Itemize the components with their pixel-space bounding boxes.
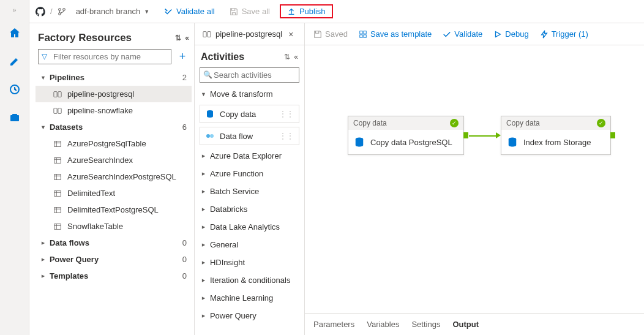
svg-rect-36 (364, 34, 366, 37)
dataset-item[interactable]: SnowflakeTable (36, 218, 192, 235)
activity-copy-data[interactable]: Copy data⋮⋮ (200, 105, 299, 123)
validate-button[interactable]: Validate (443, 29, 482, 39)
debug-button[interactable]: Debug (493, 29, 528, 39)
svg-rect-33 (360, 31, 362, 33)
status-success-icon: ✓ (597, 119, 605, 127)
svg-rect-7 (58, 91, 61, 97)
svg-rect-28 (203, 31, 206, 37)
github-icon (36, 7, 45, 17)
section-templates[interactable]: ▼Templates 0 (36, 268, 192, 284)
svg-rect-34 (364, 31, 366, 33)
group-azure-function[interactable]: ▼Azure Function (195, 165, 304, 183)
close-tab-icon[interactable]: × (288, 29, 293, 39)
publish-button[interactable]: Publish (280, 4, 333, 18)
resources-title: Factory Resources ⇅ « (33, 29, 194, 49)
save-all-button[interactable]: Save all (225, 4, 275, 18)
group-general[interactable]: ▼General (195, 236, 304, 254)
section-pipelines[interactable]: ▼Pipelines 2 (36, 69, 192, 86)
tab-output[interactable]: Output (452, 316, 479, 333)
filter-resources-input[interactable] (38, 49, 171, 64)
group-data-lake-analytics[interactable]: ▼Data Lake Analytics (195, 218, 304, 236)
collapse-panel-icon[interactable]: « (294, 53, 298, 61)
save-as-template-button[interactable]: Save as template (359, 29, 432, 39)
open-tabs: pipeline-postgresql × (195, 23, 304, 45)
node-index-from-storage[interactable]: Copy data ✓ Index from Storage (501, 116, 611, 155)
expand-rail-icon[interactable]: » (12, 6, 16, 13)
group-iteration-conditionals[interactable]: ▼Iteration & conditionals (195, 271, 304, 289)
svg-rect-29 (208, 31, 211, 37)
svg-rect-6 (54, 91, 57, 97)
svg-rect-22 (54, 207, 61, 213)
rail-author-icon[interactable] (6, 53, 23, 70)
section-datasets[interactable]: ▼Datasets 6 (36, 119, 192, 135)
top-toolbar: / adf-branch branch ▼ Validate all Save … (29, 0, 644, 23)
rail-manage-icon[interactable] (6, 109, 23, 126)
trigger-button[interactable]: Trigger (1) (540, 29, 588, 39)
status-success-icon: ✓ (450, 119, 459, 127)
group-power-query[interactable]: ▼Power Query (195, 307, 304, 325)
group-databricks[interactable]: ▼Databricks (195, 200, 304, 218)
section-dataflows[interactable]: ▼Data flows 0 (36, 235, 192, 251)
svg-rect-35 (360, 34, 362, 37)
svg-rect-2 (12, 114, 17, 116)
tab-pipeline-postgresql[interactable]: pipeline-postgresql × (201, 27, 294, 42)
dataset-item[interactable]: DelimitedTextPostgreSQL (36, 201, 192, 218)
svg-rect-9 (58, 108, 61, 113)
left-nav-rail: » (0, 0, 29, 335)
resources-tree: ▼Pipelines 2 pipeline-postgresql pipelin… (33, 69, 194, 335)
search-activities-input[interactable] (200, 67, 299, 83)
rail-monitor-icon[interactable] (6, 81, 23, 98)
edge-success[interactable] (469, 135, 496, 137)
tab-parameters[interactable]: Parameters (313, 316, 354, 333)
branch-dropdown[interactable]: adf-branch branch ▼ (71, 4, 154, 18)
saved-indicator: Saved (313, 29, 348, 39)
add-resource-button[interactable]: + (176, 50, 189, 63)
svg-rect-19 (54, 190, 61, 196)
sort-icon[interactable]: ⇅ (175, 34, 181, 42)
svg-rect-25 (54, 224, 61, 229)
bottom-tabs: Parameters Variables Settings Output (305, 313, 644, 335)
group-batch-service[interactable]: ▼Batch Service (195, 183, 304, 200)
dataset-item[interactable]: AzureSearchIndexPostgreSQL (36, 168, 192, 185)
svg-rect-1 (10, 115, 19, 121)
activities-panel: pipeline-postgresql × Activities ⇅ « 🔍 ▼… (195, 23, 305, 335)
tab-variables[interactable]: Variables (367, 316, 399, 333)
group-hdinsight[interactable]: ▼HDInsight (195, 254, 304, 271)
svg-rect-13 (54, 157, 61, 163)
svg-point-31 (206, 134, 210, 138)
search-icon: 🔍 (203, 70, 212, 79)
svg-rect-10 (54, 141, 61, 146)
dataset-item[interactable]: AzureSearchIndex (36, 152, 192, 168)
tab-settings[interactable]: Settings (411, 316, 440, 333)
pipeline-item[interactable]: pipeline-snowflake (36, 102, 192, 119)
validate-all-button[interactable]: Validate all (159, 4, 220, 18)
node-copy-data-postgresql[interactable]: Copy data ✓ Copy data PostgreSQL (348, 116, 464, 155)
section-powerquery[interactable]: ▼Power Query 0 (36, 251, 192, 268)
pipeline-canvas[interactable]: Copy data ✓ Copy data PostgreSQL (305, 45, 644, 313)
chevron-down-icon: ▼ (144, 9, 149, 15)
output-port[interactable] (610, 132, 615, 138)
group-machine-learning[interactable]: ▼Machine Learning (195, 289, 304, 307)
factory-resources-panel: Factory Resources ⇅ « ▽ + ▼Pipelines (29, 23, 195, 335)
svg-point-3 (58, 8, 61, 10)
collapse-panel-icon[interactable]: « (185, 34, 189, 42)
group-move-transform[interactable]: ▼Move & transform (195, 85, 304, 103)
canvas-column: Saved Save as template Validate Debug (305, 23, 644, 335)
canvas-toolbar: Saved Save as template Validate Debug (305, 23, 644, 45)
svg-point-32 (210, 134, 214, 138)
svg-rect-16 (54, 174, 61, 179)
activities-title: Activities (201, 51, 244, 62)
svg-rect-8 (54, 108, 57, 113)
dataset-item[interactable]: DelimitedText (36, 185, 192, 201)
pipeline-item[interactable]: pipeline-postgresql (36, 86, 192, 102)
sort-icon[interactable]: ⇅ (284, 53, 290, 61)
dataset-item[interactable]: AzurePostgreSqlTable (36, 135, 192, 152)
group-azure-data-explorer[interactable]: ▼Azure Data Explorer (195, 147, 304, 165)
edge-arrow-icon (496, 132, 501, 138)
svg-point-5 (62, 8, 65, 10)
rail-home-icon[interactable] (6, 24, 23, 42)
branch-icon (58, 7, 66, 16)
output-port[interactable] (463, 132, 468, 138)
activity-data-flow[interactable]: Data flow⋮⋮ (200, 127, 299, 145)
filter-icon: ▽ (42, 52, 47, 61)
